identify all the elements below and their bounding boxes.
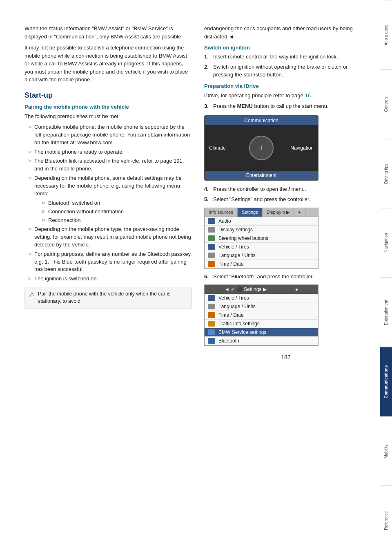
audio-icon <box>208 218 215 224</box>
sidebar-tab-communications[interactable]: Communications <box>380 347 392 416</box>
sub-item-1: Bluetooth switched on <box>42 199 192 207</box>
s2-row-language: Language / Units <box>205 302 318 311</box>
language-icon <box>208 253 215 258</box>
step-3: 3. Press the MENU button to call up the … <box>204 103 368 110</box>
settings-row-display: Display settings <box>205 226 318 234</box>
prep-idrive-intro: iDrive, for operating principle refer to… <box>204 92 368 100</box>
settings-row-audio: Audio <box>205 217 318 226</box>
warning-text: Pair the mobile phone with the vehicle o… <box>38 291 187 305</box>
sidebar: At a glance Controls Driving tips Naviga… <box>380 0 392 555</box>
time-icon <box>208 261 215 267</box>
settings-tab-bar-1: Info sources Settings Display o ▶ ● <box>205 208 318 217</box>
prerequisites-list: Compatible mobile phone: the mobile phon… <box>24 123 192 283</box>
sidebar-tab-controls[interactable]: Controls <box>380 69 392 139</box>
warning-box: ⚠ Pair the mobile phone with the vehicle… <box>24 287 192 309</box>
tab-info-sources: Info sources <box>205 208 238 217</box>
s2-row-bluetooth: Bluetooth <box>205 337 318 345</box>
settings2-header: ◄ ✓ ⬛ Settings ▶ ● <box>205 285 318 294</box>
steering-icon <box>208 235 215 241</box>
vehicle-icon <box>208 244 215 250</box>
sidebar-tab-entertainment[interactable]: Entertainment <box>380 278 392 347</box>
page-number: 187 <box>204 354 368 360</box>
idrive-right-navigation: Navigation <box>290 145 314 151</box>
idrive-center-button: i <box>249 136 274 160</box>
list-item-4: Depending on the mobile phone, some defa… <box>29 175 192 224</box>
s2-vehicle-icon <box>208 295 215 301</box>
list-item-5: Depending on the mobile phone type, the … <box>29 226 192 249</box>
section-title: Start-up <box>24 91 192 100</box>
s2-time-icon <box>208 312 215 318</box>
settings-menu-2-image: ◄ ✓ ⬛ Settings ▶ ● Vehicle / Tires Langu… <box>204 284 318 346</box>
idrive-top-communication: Communication <box>205 116 318 125</box>
right-column: endangering the car's occupants and othe… <box>204 25 368 539</box>
s2-bluetooth-icon <box>208 338 215 344</box>
ignition-step-1: 1. Insert remote control all the way int… <box>204 53 368 61</box>
settings-row-time: Time / Date <box>205 260 318 269</box>
step-4: 4. Press the controller to open the i me… <box>204 186 368 193</box>
settings-menu-1-image: Info sources Settings Display o ▶ ● Audi… <box>204 208 318 269</box>
s2-row-vehicle: Vehicle / Tires <box>205 294 318 302</box>
display-icon <box>208 227 215 233</box>
intro-para-1: When the status information "BMW Assist"… <box>24 25 192 40</box>
sub-item-3: Reconnection <box>42 217 192 224</box>
pairing-subsection-title: Pairing the mobile phone with the vehicl… <box>24 104 192 110</box>
s2-row-traffic: Traffic Info settings <box>205 320 318 328</box>
sidebar-tab-driving-tips[interactable]: Driving tips <box>380 139 392 208</box>
list-item-7: The ignition is switched on. <box>29 275 192 283</box>
settings-row-language: Language / Units <box>205 251 318 260</box>
prerequisites-intro: The following prerequisites must be met: <box>24 112 192 121</box>
left-column: When the status information "BMW Assist"… <box>24 25 192 539</box>
list-item-2: The mobile phone is ready to operate. <box>29 148 192 156</box>
settings-row-steering: Steering wheel buttons <box>205 234 318 243</box>
s2-row-time: Time / Date <box>205 311 318 320</box>
main-content: When the status information "BMW Assist"… <box>0 0 380 555</box>
tab-settings-active: Settings <box>238 208 263 217</box>
prep-idrive-title: Preparation via iDrive <box>204 83 368 89</box>
ignition-step-2: 2. Switch on ignition without operating … <box>204 63 368 79</box>
intro-para-2: It may not be possible to establish a te… <box>24 44 192 84</box>
sidebar-tab-reference[interactable]: Reference <box>380 486 392 555</box>
step-6: 6. Select "Bluetooth" and press the cont… <box>204 273 368 281</box>
s2-traffic-icon <box>208 321 215 327</box>
tab-display: Display o ▶ <box>263 208 294 217</box>
sidebar-tab-navigation[interactable]: Navigation <box>380 208 392 278</box>
warning-icon: ⚠ <box>29 291 35 305</box>
warning-continuation: endangering the car's occupants and othe… <box>204 25 368 40</box>
list-item-1: Compatible mobile phone: the mobile phon… <box>29 123 192 147</box>
sidebar-tab-at-a-glance[interactable]: At a glance <box>380 0 392 69</box>
s2-bmw-icon <box>208 329 215 335</box>
sub-item-2: Connection without confirmation <box>42 208 192 215</box>
list-item-3: The Bluetooth link is activated in the v… <box>29 157 192 173</box>
sub-bullet-list: Bluetooth switched on Connection without… <box>34 199 192 224</box>
switch-ignition-title: Switch on ignition <box>204 45 368 51</box>
list-item-6: For pairing purposes, define any number … <box>29 251 192 274</box>
page-16-link[interactable]: 16 <box>305 92 310 98</box>
settings-row-vehicle: Vehicle / Tires <box>205 243 318 251</box>
idrive-menu-image: Communication Climate i Navigation Enter… <box>204 115 318 181</box>
idrive-bottom-entertainment: Entertainment <box>205 171 318 180</box>
tab-dot: ● <box>294 208 305 217</box>
s2-language-icon <box>208 304 215 309</box>
step-5: 5. Select "Settings" and press the contr… <box>204 196 368 204</box>
sidebar-tab-mobility[interactable]: Mobility <box>380 416 392 486</box>
page-container: When the status information "BMW Assist"… <box>0 0 392 555</box>
idrive-left-climate: Climate <box>209 145 226 151</box>
s2-row-bmw: BMW Service settings <box>205 328 318 337</box>
